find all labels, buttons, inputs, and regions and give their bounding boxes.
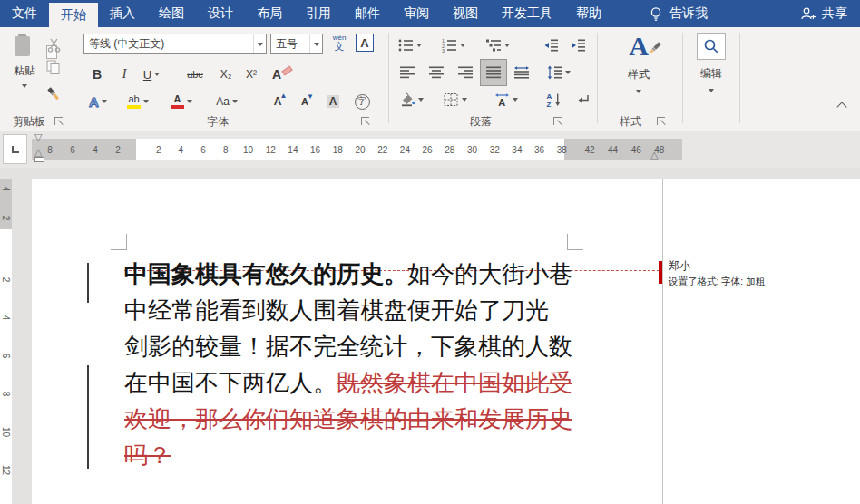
editing-button[interactable]: 编辑 [691,33,731,92]
show-marks-button[interactable] [572,89,595,111]
styles-button[interactable]: A 样式 [610,33,668,93]
align-left-button[interactable] [396,62,419,83]
editing-dropdown-arrow[interactable] [709,89,714,92]
font-name-combo[interactable]: 等线 (中文正文) [83,34,267,54]
highlight-button[interactable]: ab [122,91,154,112]
change-case-button[interactable]: Aa [210,91,243,112]
line-spacing-button[interactable] [542,62,575,83]
italic-button[interactable]: I [114,63,134,85]
horizontal-ruler[interactable]: 8642246810121416182022242628303234363842… [0,139,860,160]
tab-file[interactable]: 文件 [0,0,49,27]
shrink-font-button[interactable]: A▼ [294,91,316,112]
multilevel-list-dropdown-arrow[interactable] [504,44,510,47]
editing-search-box [697,33,726,60]
first-line-indent-marker[interactable]: ▽ [34,132,42,142]
clear-formatting-button[interactable]: A [269,63,296,85]
format-painter-button[interactable] [42,83,65,105]
justify-button[interactable] [481,60,506,85]
clipboard-dialog-launcher[interactable] [54,117,63,125]
tell-me-button[interactable]: 告诉我 [640,5,717,22]
styles-dropdown-arrow[interactable] [636,90,641,93]
font-color-dropdown-arrow[interactable] [187,100,192,103]
subscript-button[interactable]: X₂ [214,63,238,85]
asian-layout-button[interactable]: A [488,89,524,111]
underline-dropdown-arrow[interactable] [154,73,160,76]
shading-button[interactable] [396,89,428,111]
paragraph-dialog-launcher[interactable] [553,117,562,125]
tab-developer[interactable]: 开发工具 [490,0,564,27]
bold-button[interactable]: B [87,63,107,85]
tab-draw[interactable]: 绘图 [147,0,196,27]
font-size-dropdown[interactable] [309,34,322,53]
tab-layout[interactable]: 布局 [245,0,294,27]
font-dialog-launcher[interactable] [361,117,369,125]
tab-references[interactable]: 引用 [294,0,343,27]
shading-dropdown-arrow[interactable] [418,98,424,102]
ribbon-tab-bar: 文件 开始 插入 绘图 设计 布局 引用 邮件 审阅 视图 开发工具 帮助 告诉… [0,0,860,27]
change-case-dropdown-arrow[interactable] [232,100,238,103]
numbering-dropdown-arrow[interactable] [460,44,465,47]
align-left-icon [400,65,415,80]
paste-button[interactable]: 粘贴 [7,34,42,88]
tab-view[interactable]: 视图 [441,0,490,27]
grow-font-icon: A▲ [274,95,282,108]
font-size-combo[interactable]: 五号 [270,34,323,54]
paste-dropdown-arrow[interactable] [22,84,27,88]
borders-dropdown-arrow[interactable] [462,98,467,102]
underline-button[interactable]: U [138,63,165,85]
word-window: 文件 开始 插入 绘图 设计 布局 引用 邮件 审阅 视图 开发工具 帮助 告诉… [0,0,860,504]
bullets-dropdown-arrow[interactable] [416,44,422,47]
tab-design[interactable]: 设计 [196,0,245,27]
cut-button[interactable] [42,34,65,56]
align-center-button[interactable] [425,62,448,83]
numbering-button[interactable]: 123 [439,34,468,56]
font-color-button[interactable]: A [165,91,198,112]
copy-button[interactable] [42,56,65,78]
highlight-icon: ab [127,94,141,109]
character-shading-button[interactable]: A [321,91,345,112]
styles-dialog-launcher[interactable] [657,117,665,125]
multilevel-list-button[interactable] [483,34,513,56]
grow-font-button[interactable]: A▲ [267,91,288,112]
bullets-button[interactable] [396,34,425,56]
vertical-ruler[interactable]: 4224681012 [0,179,12,504]
strikethrough-button[interactable]: abc [181,63,209,85]
font-group-label: 字体 [163,114,272,130]
line-spacing-dropdown-arrow[interactable] [565,71,571,74]
character-border-button[interactable]: A [354,32,376,53]
collapse-ribbon-icon[interactable] [836,102,846,111]
document-text[interactable]: 中国象棋具有悠久的历史。如今的大街小巷 中经常能看到数人围着棋盘便开始了刀光 剑… [124,258,592,476]
italic-icon: I [122,67,127,82]
right-indent-marker[interactable]: △ [650,150,658,160]
distribute-icon [514,65,529,80]
text-effects-button[interactable]: A [83,91,112,112]
align-right-button[interactable] [454,62,477,83]
phonetic-guide-button[interactable]: wén 文 [328,32,350,53]
tab-mailings[interactable]: 邮件 [343,0,392,27]
font-name-dropdown[interactable] [253,34,266,53]
document-area[interactable]: 4224681012 郑小 设置了格式: 字体: 加粗 中国象棋具有悠久的历史。… [0,168,860,504]
distribute-button[interactable] [510,62,533,83]
decrease-indent-button[interactable] [539,34,562,56]
tab-insert[interactable]: 插入 [98,0,147,27]
left-indent-marker[interactable] [34,157,44,162]
numbering-icon: 123 [442,38,457,53]
share-button[interactable]: 共享 [787,5,860,22]
tab-home[interactable]: 开始 [49,3,98,27]
hanging-indent-marker[interactable]: △ [34,147,42,157]
sort-icon: A Z [546,92,562,107]
revision-description: 设置了格式: 字体: 加粗 [669,276,765,288]
text-effects-dropdown-arrow[interactable] [102,100,107,103]
superscript-button[interactable]: X² [239,63,263,85]
character-shading-icon: A [327,95,340,108]
enclose-characters-button[interactable]: 字 [350,91,374,112]
tab-review[interactable]: 审阅 [392,0,441,27]
sort-button[interactable]: A Z [541,89,566,111]
asian-layout-dropdown-arrow[interactable] [513,98,518,102]
highlight-dropdown-arrow[interactable] [143,100,149,103]
increase-indent-button[interactable] [566,34,590,56]
decrease-indent-icon [543,38,559,53]
revision-annotation[interactable]: 郑小 设置了格式: 字体: 加粗 [669,258,765,288]
borders-button[interactable] [439,89,472,111]
tab-help[interactable]: 帮助 [564,0,613,27]
